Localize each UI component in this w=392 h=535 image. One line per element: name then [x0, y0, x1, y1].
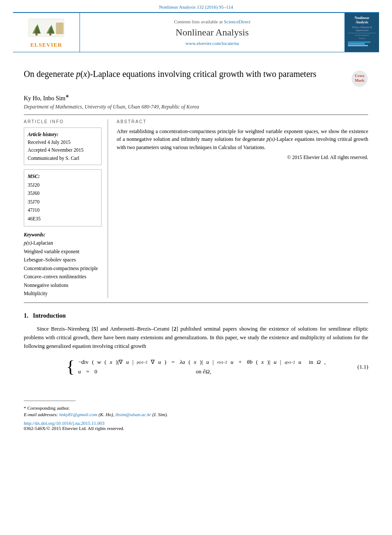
- equation-brace: {: [66, 358, 74, 376]
- keyword-4: Concentration-compactness principle: [24, 264, 102, 273]
- keyword-7: Multiplicity: [24, 290, 102, 298]
- keyword-5: Concave–convex nonlinearities: [24, 273, 102, 281]
- msc-code-4: 47J10: [28, 206, 98, 215]
- keywords-label: Keywords:: [24, 231, 102, 239]
- two-column-section: ARTICLE INFO Article history: Received 4…: [24, 119, 368, 298]
- keyword-1: p(x)-Laplacian: [24, 239, 102, 248]
- svg-text:Cross: Cross: [355, 73, 364, 78]
- equation-cases: −div ( w(x)|∇u|p(x)−2∇u ) = λa(x)|u|r(x)…: [78, 359, 326, 375]
- email-link-2[interactable]: ibsim@ulsan.ac.kr: [115, 412, 153, 417]
- elsevier-brand-text: ELSEVIER: [30, 41, 62, 48]
- elsevier-logo: ELSEVIER: [25, 17, 68, 48]
- msc-code-1: 35J20: [28, 181, 98, 190]
- svg-rect-6: [49, 33, 51, 35]
- corresponding-author-star: ∗: [65, 93, 69, 99]
- page-wrapper: Nonlinear Analysis 132 (2016) 95–114: [0, 0, 392, 535]
- journal-title: Nonlinear Analysis: [175, 27, 249, 38]
- svg-rect-3: [35, 33, 38, 35]
- sciencedirect-link[interactable]: ScienceDirect: [224, 19, 251, 24]
- article-title-row: On degenerate p(x)-Laplace equations inv…: [24, 68, 368, 87]
- msc-box: MSC: 35J20 35J60 35J70 47J10 46E35: [24, 169, 102, 226]
- section-divider-1: [24, 115, 368, 115]
- msc-code-5: 46E35: [28, 215, 98, 223]
- journal-ref: Nonlinear Analysis 132 (2016) 95–114: [0, 0, 392, 12]
- publisher-logo-area: ELSEVIER: [13, 13, 80, 52]
- equation-1-1: { −div ( w(x)|∇u|p(x)−2∇u ) = λa(x)|u|r(…: [24, 358, 368, 376]
- accepted-date: Accepted 4 November 2015: [28, 146, 98, 154]
- msc-code-2: 35J60: [28, 189, 98, 198]
- msc-label: MSC:: [28, 172, 98, 181]
- rights-line: 0362-546X/© 2015 Elsevier Ltd. All right…: [24, 426, 368, 431]
- doi-link[interactable]: http://dx.doi.org/10.1016/j.na.2015.11.0…: [24, 420, 105, 426]
- keywords-section: Keywords: p(x)-Laplacian Weighted variab…: [24, 231, 102, 298]
- email-name-1: (K. Ho),: [99, 412, 114, 417]
- section-divider-2: [24, 303, 368, 303]
- article-info-column: ARTICLE INFO Article history: Received 4…: [24, 119, 108, 298]
- journal-header-center: Contents lists available at ScienceDirec…: [80, 13, 344, 52]
- article-title-text: On degenerate p(x)-Laplace equations inv…: [24, 68, 351, 80]
- email-addresses-line: E-mail addresses: hnky81@gmail.com (K. H…: [24, 412, 368, 417]
- copyright-line: © 2015 Elsevier Ltd. All rights reserved…: [117, 155, 368, 160]
- journal-url: www.elsevier.com/locate/na: [185, 41, 239, 46]
- history-label: Article history:: [28, 131, 98, 138]
- svg-text:Mark: Mark: [355, 78, 364, 83]
- doi-line: http://dx.doi.org/10.1016/j.na.2015.11.0…: [24, 420, 368, 426]
- received-date: Received 4 July 2015: [28, 138, 98, 146]
- msc-code-3: 35J70: [28, 198, 98, 207]
- crossmark-logo[interactable]: Cross Mark: [351, 70, 368, 87]
- communicated-by: Communicated by S. Carl: [28, 154, 98, 162]
- abstract-heading: ABSTRACT: [117, 119, 368, 124]
- footnote-divider: [24, 401, 76, 401]
- eq-line-1: −div ( w(x)|∇u|p(x)−2∇u ) = λa(x)|u|r(x)…: [78, 359, 326, 366]
- abstract-text: After establishing a concentration-compa…: [117, 127, 368, 152]
- header-band: ELSEVIER Contents lists available at Sci…: [13, 12, 379, 52]
- keyword-2: Weighted variable exponent: [24, 248, 102, 256]
- contents-label: Contents lists available at: [174, 19, 223, 24]
- authors-line: Ky Ho, Inbo Sim∗: [24, 93, 368, 102]
- journal-ref-text: Nonlinear Analysis 132 (2016) 95–114: [159, 4, 233, 10]
- email-link-1[interactable]: hnky81@gmail.com: [59, 412, 99, 417]
- thumb-subtitle: Theory, Methods &Applications: [352, 26, 372, 32]
- affiliation-line: Department of Mathematics, University of…: [24, 104, 368, 110]
- contents-available-line: Contents lists available at ScienceDirec…: [174, 19, 250, 24]
- article-info-heading: ARTICLE INFO: [24, 119, 102, 124]
- equation-number: (1.1): [357, 363, 368, 370]
- email-name-2: (I. Sim).: [153, 412, 168, 417]
- thumb-title: NonlinearAnalysis: [354, 16, 369, 25]
- abstract-column: ABSTRACT After establishing a concentrat…: [117, 119, 368, 298]
- footnote-area: * Corresponding author. E-mail addresses…: [0, 401, 392, 438]
- corresponding-author-note: * Corresponding author.: [24, 404, 368, 412]
- eq-line-2: u = 0 on ∂Ω,: [78, 368, 326, 375]
- intro-paragraph-1: Since Brezis–Nirenberg [5] and Ambrosett…: [24, 325, 368, 350]
- article-history-box: Article history: Received 4 July 2015 Ac…: [24, 127, 102, 166]
- main-content: On degenerate p(x)-Laplace equations inv…: [0, 52, 392, 392]
- introduction-heading: 1. Introduction: [24, 312, 368, 319]
- elsevier-tree-icon: [25, 17, 68, 41]
- thumb-inner: NonlinearAnalysis Theory, Methods &Appli…: [347, 15, 377, 50]
- keyword-3: Lebesgue–Sobolev spaces: [24, 256, 102, 264]
- journal-cover-thumb: NonlinearAnalysis Theory, Methods &Appli…: [344, 13, 379, 52]
- keyword-6: Nonnegative solutions: [24, 281, 102, 290]
